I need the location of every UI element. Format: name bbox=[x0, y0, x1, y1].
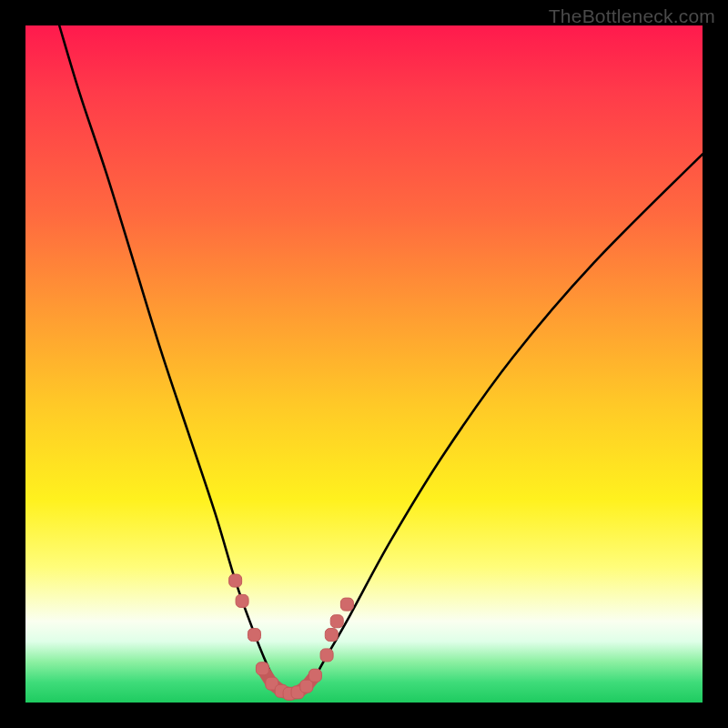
bottleneck-curve bbox=[59, 25, 703, 694]
curve-marker bbox=[330, 615, 343, 628]
curve-marker bbox=[300, 680, 313, 693]
curve-marker bbox=[320, 649, 333, 662]
curve-marker bbox=[229, 574, 242, 587]
curve-layer bbox=[25, 25, 703, 703]
curve-marker bbox=[340, 598, 353, 611]
curve-marker bbox=[325, 629, 338, 642]
curve-marker bbox=[308, 669, 321, 682]
curve-marker bbox=[248, 629, 260, 642]
plot-area bbox=[25, 25, 703, 703]
curve-marker bbox=[236, 594, 248, 607]
curve-marker bbox=[256, 662, 268, 675]
chart-frame: TheBottleneck.com bbox=[0, 0, 728, 728]
curve-markers bbox=[229, 574, 354, 700]
attribution-watermark: TheBottleneck.com bbox=[549, 5, 715, 27]
